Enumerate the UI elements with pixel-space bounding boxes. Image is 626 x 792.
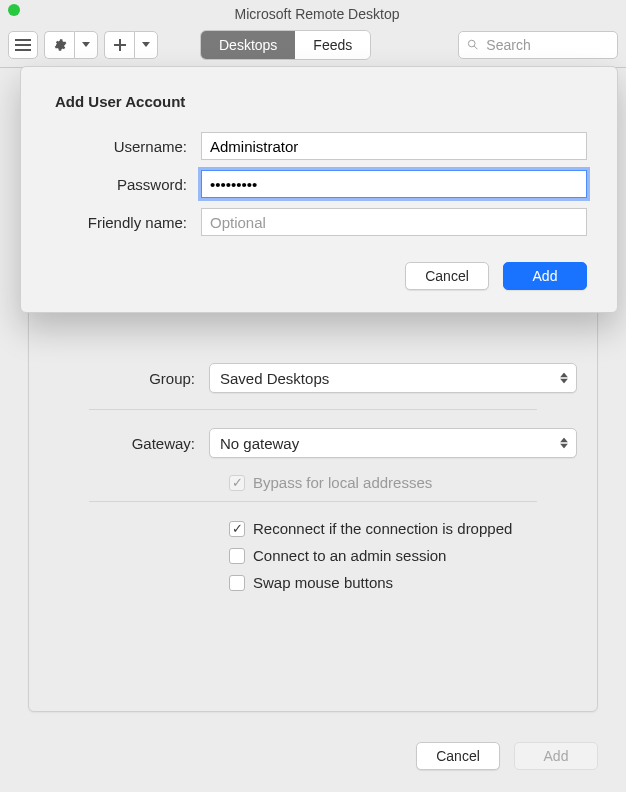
bypass-checkbox bbox=[229, 475, 245, 491]
gear-split-button[interactable] bbox=[44, 31, 98, 59]
admin-checkbox-row[interactable]: Connect to an admin session bbox=[49, 547, 577, 564]
modal-cancel-button[interactable]: Cancel bbox=[405, 262, 489, 290]
add-button[interactable] bbox=[104, 31, 134, 59]
svg-rect-1 bbox=[15, 44, 31, 46]
settings-gear-button[interactable] bbox=[44, 31, 74, 59]
settings-dropdown-button[interactable] bbox=[74, 31, 98, 59]
group-popup[interactable]: Saved Desktops bbox=[209, 363, 577, 393]
group-label: Group: bbox=[49, 370, 209, 387]
group-value: Saved Desktops bbox=[220, 370, 329, 387]
toolbar: Desktops Feeds bbox=[0, 22, 626, 68]
svg-rect-2 bbox=[15, 49, 31, 51]
updown-icon bbox=[560, 373, 568, 384]
window-title: Microsoft Remote Desktop bbox=[8, 6, 626, 22]
updown-icon bbox=[560, 438, 568, 449]
bypass-checkbox-row: Bypass for local addresses bbox=[49, 474, 577, 491]
reconnect-checkbox[interactable] bbox=[229, 521, 245, 537]
gateway-label: Gateway: bbox=[49, 435, 209, 452]
username-label: Username: bbox=[51, 138, 201, 155]
view-segmented-control[interactable]: Desktops Feeds bbox=[200, 30, 371, 60]
gateway-value: No gateway bbox=[220, 435, 299, 452]
friendly-name-input[interactable] bbox=[201, 208, 587, 236]
list-icon bbox=[15, 39, 31, 51]
tab-feeds[interactable]: Feeds bbox=[295, 31, 370, 59]
admin-checkbox[interactable] bbox=[229, 548, 245, 564]
modal-add-button[interactable]: Add bbox=[503, 262, 587, 290]
gateway-popup[interactable]: No gateway bbox=[209, 428, 577, 458]
zoom-traffic-light-icon[interactable] bbox=[8, 4, 20, 16]
svg-point-5 bbox=[468, 40, 475, 47]
edit-cancel-button[interactable]: Cancel bbox=[416, 742, 500, 770]
search-input[interactable] bbox=[484, 36, 609, 54]
modal-title: Add User Account bbox=[55, 93, 587, 110]
svg-line-6 bbox=[474, 46, 477, 49]
search-icon bbox=[467, 38, 478, 51]
edit-add-button: Add bbox=[514, 742, 598, 770]
swap-checkbox[interactable] bbox=[229, 575, 245, 591]
tab-desktops[interactable]: Desktops bbox=[201, 31, 295, 59]
reconnect-checkbox-row[interactable]: Reconnect if the connection is dropped bbox=[49, 520, 577, 537]
password-label: Password: bbox=[51, 176, 201, 193]
chevron-down-icon bbox=[142, 42, 150, 48]
add-user-account-sheet: Add User Account Username: Password: Fri… bbox=[20, 66, 618, 313]
gear-icon bbox=[53, 38, 67, 52]
divider bbox=[89, 501, 537, 502]
list-view-button[interactable] bbox=[8, 31, 38, 59]
modal-actions: Cancel Add bbox=[51, 262, 587, 290]
plus-icon bbox=[114, 39, 126, 51]
chevron-down-icon bbox=[82, 42, 90, 48]
add-split-button[interactable] bbox=[104, 31, 158, 59]
add-dropdown-button[interactable] bbox=[134, 31, 158, 59]
swap-checkbox-row[interactable]: Swap mouse buttons bbox=[49, 574, 577, 591]
admin-label: Connect to an admin session bbox=[253, 547, 446, 564]
edit-desktop-actions: Cancel Add bbox=[416, 742, 598, 770]
username-input[interactable] bbox=[201, 132, 587, 160]
swap-label: Swap mouse buttons bbox=[253, 574, 393, 591]
svg-rect-0 bbox=[15, 39, 31, 41]
search-field[interactable] bbox=[458, 31, 618, 59]
title-bar: Microsoft Remote Desktop bbox=[0, 0, 626, 22]
password-input[interactable] bbox=[201, 170, 587, 198]
svg-rect-4 bbox=[114, 44, 126, 46]
friendly-name-label: Friendly name: bbox=[51, 214, 201, 231]
reconnect-label: Reconnect if the connection is dropped bbox=[253, 520, 512, 537]
divider bbox=[89, 409, 537, 410]
bypass-label: Bypass for local addresses bbox=[253, 474, 432, 491]
